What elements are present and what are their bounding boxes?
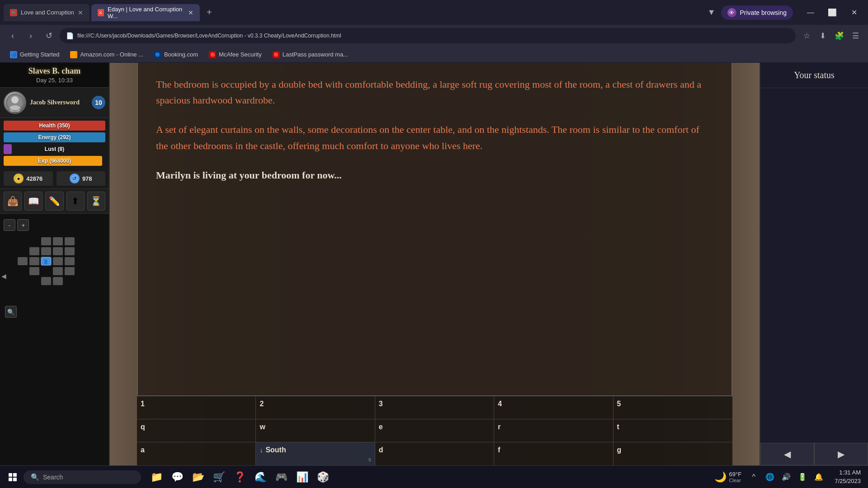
- bookmark-favicon-4: 🔴: [209, 51, 216, 58]
- bookmark-label-2: Amazon.com - Online ...: [80, 51, 143, 58]
- tray-volume[interactable]: 🔊: [779, 470, 793, 484]
- choice-t[interactable]: t: [613, 419, 732, 442]
- choice-g[interactable]: g: [613, 442, 732, 465]
- svg-rect-21: [41, 277, 51, 285]
- game-text-box: The bedroom is occupied by a double bed …: [137, 63, 732, 395]
- choice-q[interactable]: q: [137, 419, 256, 442]
- bookmark-button[interactable]: ☆: [799, 28, 814, 43]
- zoom-out-button[interactable]: -: [4, 219, 15, 231]
- svg-rect-22: [53, 277, 63, 285]
- exp-bar: Exp (968000): [4, 156, 105, 166]
- taskbar-game2[interactable]: 🎲: [313, 467, 333, 487]
- bookmark-getting-started[interactable]: 🔵 Getting Started: [5, 49, 64, 60]
- refresh-button[interactable]: ↺: [42, 28, 56, 43]
- tab-2-close[interactable]: ✕: [188, 9, 193, 16]
- skills-button[interactable]: ⬆: [66, 192, 85, 211]
- choice-f[interactable]: f: [494, 442, 613, 465]
- start-square-4: [13, 478, 17, 481]
- weather-condition: Clear: [729, 478, 742, 483]
- status-prev-button[interactable]: ◀: [760, 443, 814, 465]
- status-nav: ◀ ▶: [760, 443, 868, 465]
- game-content: The bedroom is occupied by a double bed …: [110, 63, 760, 465]
- taskbar-help[interactable]: ❓: [230, 467, 250, 487]
- choice-1[interactable]: 1: [137, 396, 256, 419]
- choice-d[interactable]: d: [375, 442, 494, 465]
- svg-rect-11: [53, 247, 63, 255]
- tab-dropdown-button[interactable]: ▼: [704, 6, 719, 19]
- choice-1-label: 1: [141, 400, 252, 408]
- menu-button[interactable]: ☰: [848, 28, 863, 43]
- tray-notification[interactable]: 🔔: [812, 470, 826, 484]
- forward-button[interactable]: ›: [24, 28, 38, 43]
- close-button[interactable]: ✕: [844, 4, 864, 21]
- quests-button[interactable]: ✏️: [45, 192, 63, 211]
- bookmark-amazon[interactable]: 🟠 Amazon.com - Online ...: [66, 49, 147, 60]
- minimize-button[interactable]: —: [800, 4, 821, 21]
- choice-south[interactable]: ↓ South s: [256, 442, 375, 465]
- special-currency: ↺ 978: [57, 171, 106, 186]
- game-sidebar: Slaves B. cham Day 25, 10:33 Jacob Silve…: [0, 63, 110, 465]
- bookmark-lastpass[interactable]: 🔴 LastPass password ma...: [268, 49, 353, 60]
- status-next-button[interactable]: ▶: [814, 443, 868, 465]
- choice-3[interactable]: 3: [375, 396, 494, 419]
- inventory-button[interactable]: 👜: [4, 192, 22, 211]
- extensions-button[interactable]: 🧩: [832, 28, 846, 43]
- tab-1-label: Love and Corruption: [21, 9, 74, 16]
- lust-bar: Lust (8): [4, 144, 105, 154]
- taskbar-search[interactable]: 🔍 Search: [24, 470, 141, 484]
- your-status-label: Your status: [760, 63, 868, 88]
- character-name: Jacob Silversword: [30, 99, 88, 106]
- date-time: Day 25, 10:33: [4, 77, 105, 84]
- bookmark-mcafee[interactable]: 🔴 McAfee Security: [204, 49, 266, 60]
- time-button[interactable]: ⏳: [87, 192, 105, 211]
- taskbar-files[interactable]: 📂: [188, 467, 208, 487]
- lust-fill: [4, 144, 12, 154]
- new-tab-button[interactable]: +: [202, 5, 217, 20]
- taskbar-steam[interactable]: 🎮: [271, 467, 291, 487]
- weather-info: 69°F Clear: [729, 471, 742, 483]
- minimap-bottom: 🔍: [5, 304, 104, 319]
- svg-rect-14: [29, 257, 39, 265]
- stats-section: Health (350) Energy (292) Lust (8) Exp (…: [0, 118, 109, 169]
- taskbar-tray: ^ 🌐 🔊 🔋 🔔: [747, 470, 829, 484]
- address-bar[interactable]: 📄 file:///C:/Users/jacob/Downloads/Games…: [60, 28, 796, 43]
- energy-label: Energy (292): [38, 134, 71, 141]
- zoom-magnify[interactable]: 🔍: [5, 306, 17, 318]
- location-title: Slaves B. cham: [4, 66, 105, 76]
- taskbar: 🔍 Search 📁 💬 📂 🛒 ❓ 🌊 🎮 📊 🎲 🌙 69°F Clear …: [0, 465, 868, 488]
- svg-rect-16: [53, 257, 63, 265]
- status-content-area: [760, 88, 868, 443]
- weather-temp: 69°F: [729, 471, 742, 478]
- download-button[interactable]: ⬇: [816, 28, 830, 43]
- bookmark-favicon-3: 🔵: [154, 51, 161, 58]
- tab-2[interactable]: ⚔ Edayn | Love and Corruption W... ✕: [91, 4, 200, 21]
- tray-battery[interactable]: 🔋: [796, 470, 809, 484]
- tab-1-close[interactable]: ✕: [78, 9, 83, 16]
- tab-bar: 🎮 Love and Corruption ✕ ⚔ Edayn | Love a…: [0, 0, 868, 25]
- taskbar-teams[interactable]: 💬: [167, 467, 187, 487]
- tray-network[interactable]: 🌐: [763, 470, 777, 484]
- start-button[interactable]: [4, 468, 22, 486]
- taskbar-clock[interactable]: 1:31 AM 7/25/2023: [831, 469, 864, 485]
- bookmark-booking[interactable]: 🔵 Booking.com: [150, 49, 203, 60]
- bookmark-favicon-2: 🟠: [70, 51, 77, 58]
- tray-expand[interactable]: ^: [747, 470, 760, 484]
- taskbar-amazon[interactable]: 🛒: [209, 467, 229, 487]
- choice-r[interactable]: r: [494, 419, 613, 442]
- taskbar-file-explorer[interactable]: 📁: [146, 467, 166, 487]
- choice-4[interactable]: 4: [494, 396, 613, 419]
- tab-1[interactable]: 🎮 Love and Corruption ✕: [4, 4, 90, 21]
- choice-a[interactable]: a: [137, 442, 256, 465]
- zoom-in-button[interactable]: +: [17, 219, 29, 231]
- choice-a-label: a: [141, 446, 252, 454]
- choice-e[interactable]: e: [375, 419, 494, 442]
- taskbar-metrics[interactable]: 📊: [292, 467, 312, 487]
- restore-button[interactable]: ⬜: [822, 4, 843, 21]
- south-arrow-icon: ↓: [259, 446, 263, 454]
- taskbar-edge[interactable]: 🌊: [250, 467, 270, 487]
- choice-2[interactable]: 2: [256, 396, 375, 419]
- choice-5[interactable]: 5: [613, 396, 732, 419]
- choice-w[interactable]: w: [256, 419, 375, 442]
- back-button[interactable]: ‹: [5, 28, 20, 43]
- journal-button[interactable]: 📖: [24, 192, 42, 211]
